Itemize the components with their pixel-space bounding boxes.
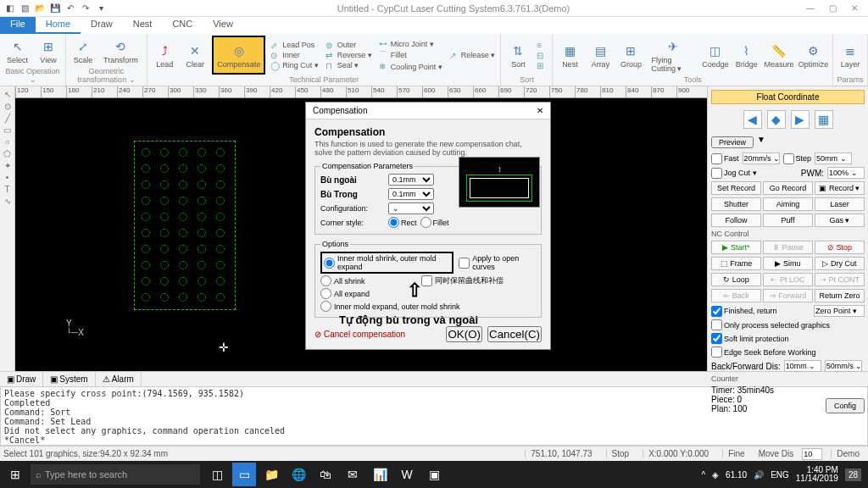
- tool-poly-icon[interactable]: ⬠: [3, 149, 11, 158]
- config-button[interactable]: Config: [826, 398, 865, 413]
- bridge-button[interactable]: ⌇Bridge: [733, 36, 760, 75]
- select-button[interactable]: ↖Select: [3, 36, 31, 66]
- release-item[interactable]: ↗Release ▾: [448, 51, 498, 60]
- tray-up-icon[interactable]: ^: [701, 470, 705, 480]
- record-button[interactable]: ▣ Record ▾: [815, 181, 865, 195]
- qat-redo-icon[interactable]: ↷: [80, 3, 92, 14]
- frame-button[interactable]: ⬚ Frame: [711, 257, 761, 270]
- settings-icon[interactable]: ✕: [844, 3, 865, 13]
- forward-button[interactable]: ⇒ Forward: [763, 289, 813, 302]
- fast-checkbox[interactable]: [711, 153, 722, 164]
- arrow-left-button[interactable]: ◀: [743, 110, 762, 129]
- opt2-radio[interactable]: [320, 275, 331, 286]
- taskbar-search[interactable]: ⌕Type here to search: [31, 464, 200, 485]
- ringcut-item[interactable]: ◯Ring Cut ▾: [269, 61, 320, 70]
- status-fine[interactable]: Fine: [722, 449, 749, 458]
- corner-rect-radio[interactable]: [388, 217, 399, 228]
- inner-item[interactable]: ⊙Inner: [269, 51, 320, 60]
- cancel-button[interactable]: Cancel(C): [487, 326, 542, 342]
- app2-icon[interactable]: 📊: [368, 463, 392, 486]
- opt3-radio[interactable]: [320, 288, 331, 299]
- config-select[interactable]: ⌄: [388, 202, 434, 214]
- qat-open-icon[interactable]: 📂: [34, 3, 46, 14]
- app3-icon[interactable]: ▣: [422, 463, 446, 486]
- compensate-button[interactable]: ◎Compensate: [212, 36, 265, 75]
- tool-text-icon[interactable]: T: [4, 185, 9, 194]
- zeropoint-input[interactable]: [814, 305, 865, 317]
- onlysel-checkbox[interactable]: [711, 319, 722, 330]
- outer-select[interactable]: 0.1mm ⌄: [388, 174, 434, 186]
- qat-save-icon[interactable]: 💾: [49, 3, 61, 14]
- fillet-item[interactable]: ⌒Fillet: [377, 49, 444, 61]
- measure-button[interactable]: 📏Measure: [764, 36, 794, 75]
- scale-button[interactable]: ⤢Scale: [70, 36, 97, 66]
- pwm-input[interactable]: [827, 167, 865, 179]
- corner-fillet-radio[interactable]: [420, 217, 431, 228]
- mail-icon[interactable]: ✉: [341, 463, 364, 486]
- array-button[interactable]: ▤Array: [587, 36, 614, 75]
- tab-nest[interactable]: Nest: [123, 17, 163, 34]
- loop-button[interactable]: ↻ Loop: [711, 273, 761, 286]
- tray-lang[interactable]: ENG: [771, 470, 789, 480]
- tool-star-icon[interactable]: ✦: [4, 161, 11, 170]
- group-button[interactable]: ⊞Group: [617, 36, 644, 75]
- leadpos-item[interactable]: ⬀Lead Pos: [269, 41, 320, 50]
- follow-button[interactable]: Follow: [711, 214, 761, 227]
- edge-icon[interactable]: 🌐: [287, 463, 310, 486]
- tray-net-icon[interactable]: ◈: [712, 470, 719, 480]
- flying-button[interactable]: ✈Flying Cutting ▾: [648, 36, 698, 75]
- movedis-input[interactable]: [802, 448, 822, 460]
- qat-icon[interactable]: ◧: [3, 3, 15, 14]
- start-button[interactable]: ⊞: [0, 468, 31, 481]
- tray-vol-icon[interactable]: 🔊: [754, 470, 764, 480]
- max-icon[interactable]: ▢: [822, 3, 843, 13]
- pause-button[interactable]: ⏸ Pause: [763, 241, 813, 254]
- qat-undo-icon[interactable]: ↶: [64, 3, 76, 14]
- ok-button[interactable]: OK(O): [446, 326, 482, 342]
- finished-checkbox[interactable]: [711, 306, 722, 317]
- view-button[interactable]: ⊞View: [35, 36, 62, 66]
- tool-cursor-icon[interactable]: ↖: [4, 90, 11, 99]
- step-checkbox[interactable]: [783, 153, 794, 164]
- tool-circle-icon[interactable]: ○: [4, 137, 9, 147]
- opt1-radio[interactable]: [324, 258, 335, 269]
- cancel-compensation-link[interactable]: ⊘Cancel compensation: [314, 330, 405, 339]
- opt2b-checkbox[interactable]: [421, 275, 432, 286]
- store-icon[interactable]: 🛍: [314, 463, 337, 486]
- fast-input[interactable]: [743, 152, 780, 164]
- nest-button[interactable]: ▦Nest: [556, 36, 583, 75]
- preview-button[interactable]: Preview: [711, 136, 754, 148]
- laser-button[interactable]: Laser: [815, 197, 865, 211]
- stop-button[interactable]: ⊘ Stop: [815, 241, 865, 254]
- qat-new-icon[interactable]: ▧: [19, 3, 31, 14]
- word-icon[interactable]: W: [395, 463, 419, 486]
- gas-button[interactable]: Gas ▾: [815, 214, 865, 227]
- softlimit-checkbox[interactable]: [711, 333, 722, 344]
- transform-button[interactable]: ⟲Transform: [100, 36, 142, 66]
- cooling-item[interactable]: ❄Cooling Point ▾: [377, 62, 444, 71]
- tab-home[interactable]: Home: [36, 17, 81, 34]
- drycut-button[interactable]: ▷ Dry Cut: [815, 257, 865, 270]
- gorecord-button[interactable]: Go Record: [763, 181, 813, 195]
- explorer-icon[interactable]: 📁: [259, 463, 283, 486]
- sort-button[interactable]: ⇅Sort: [504, 36, 531, 75]
- arrow-right-button[interactable]: ▶: [791, 110, 810, 129]
- tab-system-bottom[interactable]: ▣System: [43, 372, 95, 386]
- tab-alarm-bottom[interactable]: ⚠Alarm: [96, 372, 142, 386]
- start-button[interactable]: ▶ Start*: [711, 241, 761, 254]
- app-icon[interactable]: ▭: [232, 463, 256, 486]
- aiming-button[interactable]: Aiming: [763, 197, 813, 211]
- dialog-close-icon[interactable]: ✕: [537, 106, 543, 115]
- coedge-button[interactable]: ◫Coedge: [701, 36, 730, 75]
- tab-view[interactable]: View: [203, 17, 243, 34]
- opt4-radio[interactable]: [320, 301, 331, 312]
- inner-select[interactable]: 0.1mm ⌄: [388, 188, 434, 200]
- edgeseek-checkbox[interactable]: [711, 347, 722, 358]
- tool-curve-icon[interactable]: ∿: [4, 197, 11, 206]
- qat-drop-icon[interactable]: ▾: [95, 3, 107, 14]
- shutter-button[interactable]: Shutter: [711, 197, 761, 211]
- seal-item[interactable]: ⊓Seal ▾: [324, 61, 374, 70]
- optimize-button[interactable]: ⚙Optimize: [798, 36, 829, 75]
- arrow-grid-button[interactable]: ▦: [815, 110, 833, 129]
- returnzero-button[interactable]: Return Zero: [815, 289, 865, 302]
